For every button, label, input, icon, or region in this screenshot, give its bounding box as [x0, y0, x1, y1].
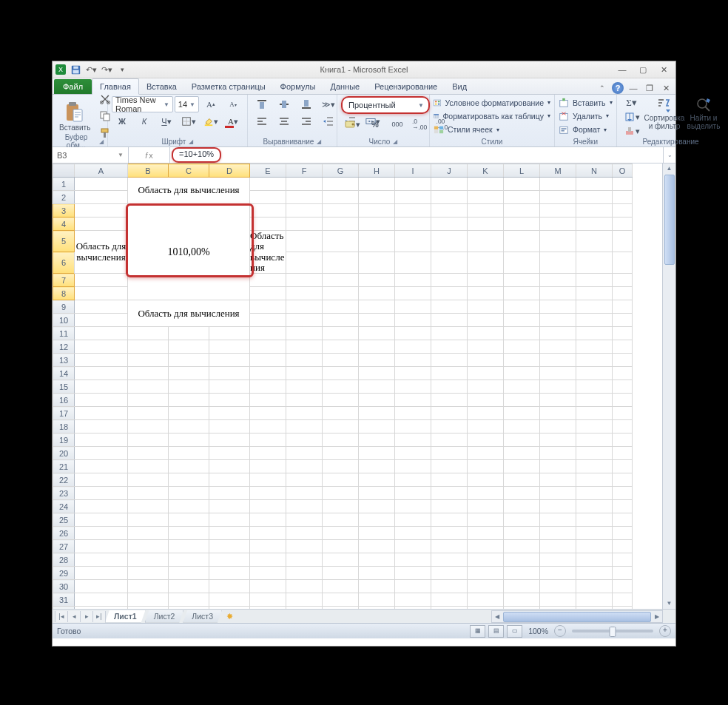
cell[interactable] [431, 567, 468, 580]
underline-icon[interactable]: Ч▾ [156, 113, 177, 129]
grid-row[interactable]: 18 [53, 420, 633, 434]
cell[interactable] [323, 487, 359, 500]
cell[interactable] [540, 540, 576, 553]
redo-icon[interactable]: ↷▾ [100, 64, 113, 75]
grid-row[interactable]: 26 [53, 527, 633, 540]
cell[interactable] [75, 367, 128, 380]
number-dialog-icon[interactable]: ◢ [393, 138, 397, 145]
zoom-out-icon[interactable]: − [554, 625, 566, 637]
cell[interactable] [504, 231, 540, 252]
cell[interactable] [504, 420, 540, 434]
cell[interactable] [209, 513, 250, 527]
cell[interactable] [540, 407, 576, 420]
cell[interactable] [128, 447, 169, 460]
cell[interactable] [576, 231, 613, 252]
cell[interactable] [613, 593, 633, 607]
cell[interactable] [128, 380, 169, 394]
cell[interactable] [613, 380, 633, 394]
cell[interactable] [250, 354, 286, 367]
cell[interactable] [613, 231, 633, 252]
cell[interactable] [540, 217, 576, 231]
cell[interactable] [395, 487, 431, 500]
cell[interactable] [286, 580, 323, 593]
cell[interactable] [75, 354, 128, 367]
cell[interactable] [169, 567, 209, 580]
cell[interactable] [613, 420, 633, 434]
cell[interactable] [504, 447, 540, 460]
cell[interactable] [540, 380, 576, 394]
row-header[interactable]: 5 [53, 231, 75, 252]
cell[interactable] [169, 394, 209, 407]
name-box[interactable]: B3 ▼ [53, 147, 129, 163]
align-middle-icon[interactable] [274, 96, 294, 112]
cell[interactable] [169, 407, 209, 420]
cell[interactable] [431, 540, 468, 553]
cell[interactable] [540, 287, 576, 300]
cell[interactable] [613, 407, 633, 420]
cell[interactable] [286, 487, 323, 500]
orientation-icon[interactable]: ≫▾ [318, 96, 339, 112]
row-header[interactable]: 13 [53, 354, 75, 367]
cell[interactable] [576, 447, 613, 460]
cell[interactable] [128, 394, 169, 407]
cell[interactable] [323, 593, 359, 607]
row-header[interactable]: 18 [53, 420, 75, 434]
cell[interactable] [613, 580, 633, 593]
cell[interactable] [359, 274, 395, 287]
cell[interactable] [75, 394, 128, 407]
cell[interactable] [613, 178, 633, 191]
col-G[interactable]: G [323, 164, 359, 178]
close-button[interactable]: ✕ [654, 64, 673, 75]
cell[interactable] [169, 513, 209, 527]
col-L[interactable]: L [504, 164, 540, 178]
cell[interactable] [209, 487, 250, 500]
sheet-tab-2[interactable]: Лист2 [145, 610, 184, 623]
grid-row[interactable]: 20 [53, 447, 633, 460]
row-header[interactable]: 20 [53, 447, 75, 460]
font-name-combo[interactable]: Times New Roman▼ [112, 96, 173, 112]
cell[interactable] [169, 434, 209, 447]
cell[interactable] [209, 367, 250, 380]
cell[interactable] [468, 500, 504, 513]
cell[interactable] [323, 460, 359, 473]
cell[interactable] [395, 473, 431, 487]
cell[interactable] [250, 540, 286, 553]
cell[interactable] [286, 191, 323, 204]
cell[interactable] [250, 300, 286, 314]
cell[interactable] [540, 178, 576, 191]
cell[interactable] [431, 527, 468, 540]
cell[interactable] [169, 553, 209, 567]
cell[interactable] [504, 252, 540, 274]
col-M[interactable]: M [540, 164, 576, 178]
cell[interactable] [504, 567, 540, 580]
merged-cell[interactable]: Область для вычисления [128, 178, 250, 204]
cell[interactable] [75, 407, 128, 420]
cell[interactable] [504, 487, 540, 500]
row-header[interactable]: 1 [53, 178, 75, 191]
cell[interactable] [431, 252, 468, 274]
row-header[interactable]: 10 [53, 314, 75, 327]
paste-button[interactable]: Вставить [56, 100, 93, 133]
col-K[interactable]: K [468, 164, 504, 178]
cell[interactable] [250, 274, 286, 287]
cell[interactable] [286, 300, 323, 314]
cell[interactable] [359, 567, 395, 580]
cell[interactable] [613, 274, 633, 287]
font-dialog-icon[interactable]: ◢ [189, 138, 193, 145]
cell[interactable] [75, 580, 128, 593]
cell[interactable] [75, 460, 128, 473]
cell[interactable] [431, 487, 468, 500]
bold-icon[interactable]: Ж [112, 113, 132, 129]
cell[interactable] [431, 300, 468, 314]
new-sheet-icon[interactable]: ✸ [222, 612, 238, 621]
cell[interactable] [169, 354, 209, 367]
cell[interactable] [75, 420, 128, 434]
grid-row[interactable]: 22 [53, 473, 633, 487]
cell[interactable] [128, 593, 169, 607]
cell[interactable] [431, 394, 468, 407]
cell[interactable] [468, 274, 504, 287]
cell[interactable] [250, 314, 286, 327]
cell[interactable] [468, 314, 504, 327]
cell[interactable] [576, 204, 613, 217]
cell[interactable] [504, 500, 540, 513]
